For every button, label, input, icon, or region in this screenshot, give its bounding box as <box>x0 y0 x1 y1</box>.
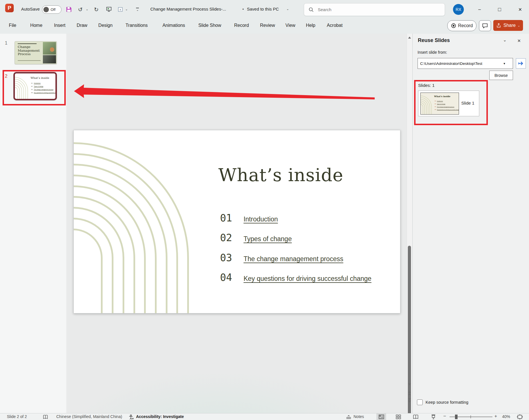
share-button[interactable]: Share ⌄ <box>493 20 523 31</box>
slide-sorter-view-button[interactable] <box>394 413 403 420</box>
keep-source-formatting-row: Keep source formatting <box>417 399 468 405</box>
reading-view-button[interactable] <box>411 413 420 420</box>
close-button[interactable]: ✕ <box>516 5 524 14</box>
maximize-button[interactable]: □ <box>495 5 504 14</box>
annotation-box-slide2 <box>3 70 66 105</box>
slide-sorter-icon <box>396 415 401 419</box>
toc-number: 02 <box>220 232 232 243</box>
qat-overflow-button[interactable]: ⌄ <box>134 6 141 13</box>
quick-access-dropdown-icon[interactable]: ⌄ <box>125 7 128 11</box>
thumb1-photo-top <box>43 42 56 55</box>
undo-button[interactable]: ↺ <box>77 6 84 13</box>
notes-icon <box>346 415 352 419</box>
tab-home[interactable]: Home <box>30 23 43 28</box>
tab-view[interactable]: View <box>286 23 295 28</box>
powerpoint-window: P AutoSave Off ↺ ⌄ ↻ <box>0 0 529 420</box>
quick-access-extra-button[interactable]: x <box>117 6 124 13</box>
scrollbar-thumb[interactable] <box>408 246 411 415</box>
insert-go-button[interactable] <box>516 58 526 69</box>
edit-area-scrollbar[interactable] <box>407 34 412 413</box>
previous-slide-icon2[interactable] <box>408 393 411 395</box>
slide-title[interactable]: What’s inside <box>218 165 344 185</box>
undo-icon: ↺ <box>78 6 83 13</box>
start-slideshow-icon <box>106 6 112 13</box>
tab-help[interactable]: Help <box>306 23 316 28</box>
slide-canvas[interactable]: What’s inside 01 Introduction 02 Types o… <box>73 130 400 313</box>
saved-status-chevron-icon: ⌄ <box>286 7 289 11</box>
slide-number-indicator[interactable]: Slide 2 of 2 <box>7 414 27 419</box>
tab-record[interactable]: Record <box>234 23 249 28</box>
go-arrow-icon <box>518 61 524 66</box>
powerpoint-logo-icon[interactable]: P <box>5 4 14 12</box>
title-separator: • <box>242 7 244 11</box>
browse-button[interactable]: Browse <box>489 71 513 80</box>
toc-link-types-of-change[interactable]: Types of change <box>243 235 292 243</box>
qat-overflow-icon: ⌄ <box>136 8 139 11</box>
normal-view-button[interactable] <box>376 413 386 420</box>
avatar[interactable]: RX <box>453 4 464 15</box>
language-indicator[interactable]: Chinese (Simplified, Mainland China) <box>56 414 122 419</box>
scroll-up-icon[interactable] <box>408 37 411 39</box>
combo-dropdown-icon[interactable]: ▾ <box>504 62 505 65</box>
zoom-slider-thumb[interactable] <box>455 415 458 419</box>
saved-status[interactable]: Saved to this PC <box>247 7 279 11</box>
keep-source-formatting-label: Keep source formatting <box>426 400 468 405</box>
record-dot-icon <box>451 23 456 28</box>
accessibility-status[interactable]: Accessibility: Investigate <box>136 414 184 419</box>
toc-number: 03 <box>220 252 232 263</box>
next-slide-icon2[interactable] <box>408 401 411 403</box>
zoom-level[interactable]: 40% <box>502 414 510 419</box>
redo-button[interactable]: ↻ <box>93 6 100 13</box>
ribbon-tab-bar: File Home Insert Draw Design Transitions… <box>0 19 529 34</box>
fit-window-icon[interactable] <box>517 414 523 419</box>
start-slideshow-button[interactable] <box>105 6 113 13</box>
comments-button[interactable] <box>479 20 491 31</box>
share-icon <box>496 23 501 28</box>
tab-insert[interactable]: Insert <box>54 23 65 28</box>
accessibility-icon <box>128 414 134 420</box>
record-button[interactable]: Record <box>447 20 476 31</box>
toggle-knob-icon <box>43 7 49 12</box>
tab-animations[interactable]: Animations <box>162 23 185 28</box>
next-slide-icon[interactable] <box>408 398 411 400</box>
thumb1-subtitle-line <box>18 60 41 61</box>
tab-file[interactable]: File <box>9 23 16 28</box>
tab-design[interactable]: Design <box>98 23 113 28</box>
comment-icon <box>482 23 488 28</box>
toc-link-process[interactable]: The change management process <box>243 255 343 263</box>
slide1-thumbnail[interactable]: Change Management Process <box>15 41 57 64</box>
slide1-number: 1 <box>5 41 7 46</box>
autosave-toggle[interactable]: Off <box>42 5 61 14</box>
tab-acrobat[interactable]: Acrobat <box>327 23 342 28</box>
zoom-in-button[interactable]: + <box>494 414 497 419</box>
notes-button[interactable]: Notes <box>354 414 364 419</box>
tab-slide-show[interactable]: Slide Show <box>198 23 221 28</box>
minimize-button[interactable]: – <box>475 5 484 14</box>
path-value: C:\Users\Administrator\Desktop\Test <box>418 61 504 66</box>
reading-view-icon <box>413 415 418 419</box>
pane-close-icon[interactable]: ✕ <box>517 38 521 43</box>
share-chevron-icon: ⌄ <box>518 24 520 27</box>
path-combobox[interactable]: C:\Users\Administrator\Desktop\Test ▾ <box>418 58 513 69</box>
toc-link-introduction[interactable]: Introduction <box>243 215 278 223</box>
spellcheck-icon[interactable] <box>43 415 48 419</box>
search-input[interactable] <box>317 7 427 12</box>
save-button[interactable] <box>65 6 73 13</box>
tab-draw[interactable]: Draw <box>77 23 87 28</box>
tab-transitions[interactable]: Transitions <box>125 23 148 28</box>
previous-slide-icon[interactable] <box>408 391 411 393</box>
search-bar[interactable] <box>304 3 445 16</box>
slideshow-view-button[interactable] <box>428 413 438 420</box>
thumb1-photo-bottom <box>43 55 56 63</box>
scroll-down-icon[interactable] <box>408 383 411 385</box>
insert-slide-from-label: Insert slide from: <box>418 50 447 55</box>
keep-source-formatting-checkbox[interactable] <box>417 399 423 405</box>
toc-number: 04 <box>220 272 232 283</box>
zoom-out-button[interactable]: − <box>443 413 446 419</box>
undo-dropdown-icon[interactable]: ⌄ <box>86 7 88 11</box>
pane-collapse-chevron-icon[interactable]: ⌄ <box>503 37 507 43</box>
save-icon <box>66 6 72 13</box>
tab-review[interactable]: Review <box>260 23 275 28</box>
toc-link-key-questions[interactable]: Key questions for driving successful cha… <box>243 275 371 283</box>
normal-view-icon <box>379 415 384 419</box>
